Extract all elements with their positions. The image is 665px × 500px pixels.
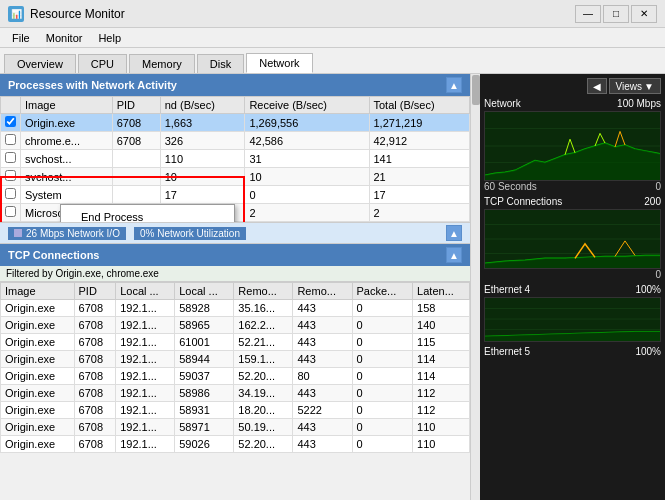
col-total[interactable]: Total (B/sec) <box>369 97 470 114</box>
col-send[interactable]: nd (B/sec) <box>160 97 245 114</box>
menu-file[interactable]: File <box>4 31 38 45</box>
row-receive: 0 <box>245 186 369 204</box>
ethernet4-label: Ethernet 4 <box>484 284 530 295</box>
network-min-value: 0 <box>655 181 661 192</box>
scrollbar-thumb[interactable] <box>472 75 480 105</box>
table-row[interactable]: Origin.exe6708192.1...5903752.20...80011… <box>1 368 470 385</box>
col-image[interactable]: Image <box>21 97 113 114</box>
tcp-col-remote2[interactable]: Remo... <box>293 283 352 300</box>
ethernet4-percent: 100% <box>635 284 661 295</box>
row-image: Origin.exe <box>21 114 113 132</box>
right-panel: ◀ Views ▼ Network 100 Mbps <box>480 74 665 500</box>
network-section-title: Processes with Network Activity <box>8 79 177 91</box>
row-send: 326 <box>160 132 245 150</box>
row-image: svchost... <box>21 150 113 168</box>
tcp-table: Image PID Local ... Local ... Remo... Re… <box>0 282 470 453</box>
col-receive[interactable]: Receive (B/sec) <box>245 97 369 114</box>
tcp-col-pid[interactable]: PID <box>74 283 116 300</box>
activity-collapse[interactable]: ▲ <box>446 225 462 241</box>
views-dropdown-icon: ▼ <box>644 81 654 92</box>
tcp-graph-label-bar: 0 <box>484 269 661 280</box>
row-receive: 31 <box>245 150 369 168</box>
tab-overview[interactable]: Overview <box>4 54 76 73</box>
main-scrollbar[interactable] <box>470 74 480 500</box>
svg-marker-3 <box>485 143 660 180</box>
table-row[interactable]: Origin.exe6708192.1...5898634.19...44301… <box>1 385 470 402</box>
ethernet5-label: Ethernet 5 <box>484 346 530 357</box>
title-bar: 📊 Resource Monitor — □ ✕ <box>0 0 665 28</box>
row-check[interactable] <box>1 132 21 150</box>
tcp-section-header: TCP Connections ▲ <box>0 244 470 266</box>
row-receive: 10 <box>245 168 369 186</box>
ethernet5-section: Ethernet 5 100% <box>484 346 661 357</box>
ethernet4-header: Ethernet 4 100% <box>484 284 661 295</box>
context-menu-end-process[interactable]: End Process <box>61 207 234 222</box>
tcp-col-latency[interactable]: Laten... <box>413 283 470 300</box>
network-graph-area <box>484 111 661 181</box>
tcp-min-value: 0 <box>655 269 661 280</box>
maximize-button[interactable]: □ <box>603 5 629 23</box>
row-image: Origin.exe <box>1 300 75 317</box>
table-row[interactable]: System 17 0 17 <box>1 186 470 204</box>
table-row[interactable]: svchost... 10 10 21 <box>1 168 470 186</box>
right-panel-header: ◀ Views ▼ <box>484 78 661 94</box>
close-button[interactable]: ✕ <box>631 5 657 23</box>
left-panel: Processes with Network Activity ▲ Image … <box>0 74 470 500</box>
row-pid: 6708 <box>74 300 116 317</box>
table-row[interactable]: Origin.exe6708192.1...58965162.2...44301… <box>1 317 470 334</box>
table-row[interactable]: Origin.exe6708192.1...5893118.20...52220… <box>1 402 470 419</box>
menu-help[interactable]: Help <box>90 31 129 45</box>
views-button[interactable]: Views ▼ <box>609 78 661 94</box>
row-receive: 42,586 <box>245 132 369 150</box>
row-pid <box>112 150 160 168</box>
nav-left-button[interactable]: ◀ <box>587 78 607 94</box>
tab-disk[interactable]: Disk <box>197 54 244 73</box>
table-row[interactable]: Origin.exe 6708 1,663 1,269,556 1,271,21… <box>1 114 470 132</box>
tcp-graph-section: TCP Connections 200 0 <box>484 196 661 280</box>
table-row[interactable]: Origin.exe6708192.1...5897150.19...44301… <box>1 419 470 436</box>
row-pid: 6708 <box>112 114 160 132</box>
table-row[interactable]: Origin.exe6708192.1...58944159.1...44301… <box>1 351 470 368</box>
col-pid[interactable]: PID <box>112 97 160 114</box>
utilization-label: 0% Network Utilization <box>140 228 240 239</box>
row-send: 17 <box>160 186 245 204</box>
table-row[interactable]: svchost... 110 31 141 <box>1 150 470 168</box>
row-send: 1,663 <box>160 114 245 132</box>
filter-label: Filtered by Origin.exe, chrome.exe <box>6 268 159 279</box>
menu-monitor[interactable]: Monitor <box>38 31 91 45</box>
tab-memory[interactable]: Memory <box>129 54 195 73</box>
table-row[interactable]: Origin.exe6708192.1...5902652.20...44301… <box>1 436 470 453</box>
svg-marker-11 <box>485 331 660 341</box>
network-section-collapse[interactable]: ▲ <box>446 77 462 93</box>
row-receive: 1,269,556 <box>245 114 369 132</box>
tcp-col-local1[interactable]: Local ... <box>116 283 175 300</box>
context-menu: End Process End Process Tree Analyze Wai… <box>60 204 235 222</box>
tcp-col-packets[interactable]: Packe... <box>352 283 413 300</box>
network-graph-label: Network <box>484 98 521 109</box>
row-packets: 0 <box>352 300 413 317</box>
minimize-button[interactable]: — <box>575 5 601 23</box>
table-row[interactable]: Origin.exe6708192.1...6100152.21...44301… <box>1 334 470 351</box>
table-row[interactable]: chrome.e... 6708 326 42,586 42,912 <box>1 132 470 150</box>
network-graph-max: 100 Mbps <box>617 98 661 109</box>
row-send: 10 <box>160 168 245 186</box>
ethernet4-graph <box>484 297 661 342</box>
tcp-col-remote1[interactable]: Remo... <box>234 283 293 300</box>
left-panel-container: Processes with Network Activity ▲ Image … <box>0 74 480 500</box>
row-pid <box>112 186 160 204</box>
window-controls: — □ ✕ <box>575 5 657 23</box>
tab-cpu[interactable]: CPU <box>78 54 127 73</box>
network-io-label: 26 Mbps Network I/O <box>26 228 120 239</box>
row-check[interactable] <box>1 114 21 132</box>
tcp-col-local2[interactable]: Local ... <box>175 283 234 300</box>
tcp-col-image[interactable]: Image <box>1 283 75 300</box>
row-pid: 6708 <box>112 132 160 150</box>
col-check[interactable] <box>1 97 21 114</box>
row-receive: 2 <box>245 204 369 222</box>
tcp-section-collapse[interactable]: ▲ <box>446 247 462 263</box>
ethernet5-percent: 100% <box>635 346 661 357</box>
network-graph-section: Network 100 Mbps <box>484 98 661 192</box>
table-row[interactable]: Origin.exe 6708 192.1... 58928 35.16... … <box>1 300 470 317</box>
menu-bar: File Monitor Help <box>0 28 665 48</box>
tab-network[interactable]: Network <box>246 53 312 73</box>
